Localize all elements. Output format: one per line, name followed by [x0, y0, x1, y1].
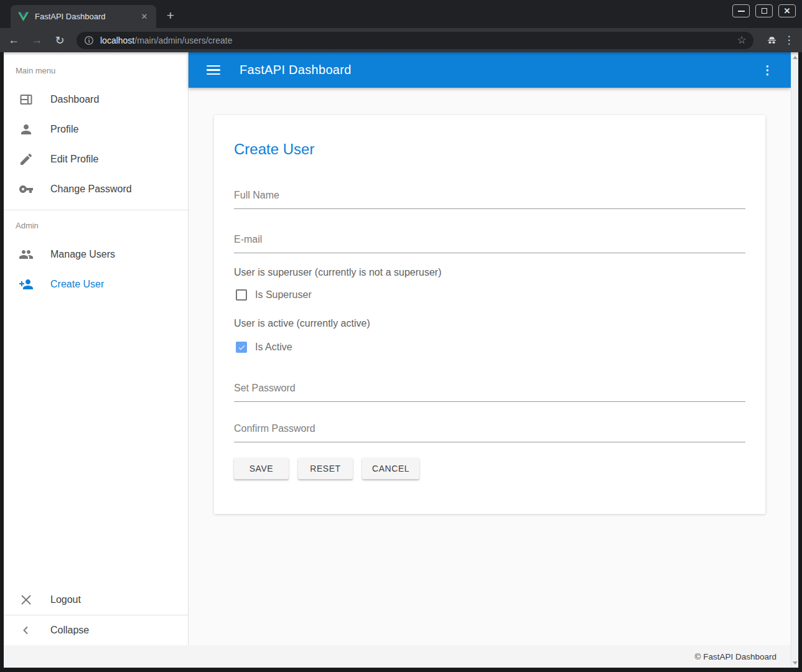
sidebar-item-edit-profile[interactable]: Edit Profile — [4, 144, 188, 174]
page-footer: © FastAPI Dashboard — [4, 645, 791, 668]
browser-window: FastAPI Dashboard ✕ + ✕ ← → ↻ localhost/… — [0, 0, 802, 672]
chevron-left-icon — [19, 623, 34, 638]
content-area: Create User User is superuser (currently… — [189, 88, 791, 645]
sidebar-item-change-password[interactable]: Change Password — [4, 174, 188, 204]
sidebar-item-label: Manage Users — [50, 249, 115, 260]
is-active-checkbox-row[interactable]: Is Active — [234, 342, 745, 353]
hamburger-menu-icon[interactable] — [207, 63, 220, 78]
main-menu-list: Dashboard Profile Edit Profile — [4, 85, 188, 204]
admin-section-label: Admin — [16, 221, 188, 230]
browser-menu-icon[interactable]: ⋮ — [781, 34, 797, 47]
superuser-hint: User is superuser (currently is not a su… — [234, 267, 745, 278]
sidebar: Main menu Dashboard Profile — [4, 52, 189, 645]
sidebar-bottom: Logout Collapse — [4, 585, 188, 645]
checkbox-checked-icon[interactable] — [236, 342, 247, 353]
maximize-button[interactable] — [755, 4, 773, 17]
reload-icon[interactable]: ↻ — [50, 34, 69, 47]
sidebar-item-label: Change Password — [50, 184, 132, 195]
save-button[interactable]: SAVE — [234, 457, 289, 479]
confirm-password-field[interactable] — [234, 421, 745, 442]
sidebar-item-dashboard[interactable]: Dashboard — [4, 85, 188, 114]
sidebar-item-label: Dashboard — [50, 94, 99, 105]
cancel-button[interactable]: CANCEL — [362, 457, 419, 479]
bookmark-star-icon[interactable]: ☆ — [734, 34, 750, 47]
url-path: /main/admin/users/create — [134, 35, 232, 45]
reset-button[interactable]: RESET — [298, 457, 353, 479]
pencil-icon — [19, 152, 34, 167]
sidebar-item-label: Collapse — [50, 625, 89, 636]
sidebar-item-label: Edit Profile — [50, 154, 98, 165]
sidebar-item-label: Create User — [50, 279, 104, 290]
main-menu-section-label: Main menu — [16, 66, 188, 75]
forward-icon[interactable]: → — [27, 34, 46, 47]
tab-strip: FastAPI Dashboard ✕ + ✕ — [0, 0, 802, 28]
url-host: localhost — [100, 35, 134, 45]
sidebar-item-logout[interactable]: Logout — [4, 585, 188, 615]
form-buttons: SAVE RESET CANCEL — [234, 457, 745, 479]
checkbox-unchecked-icon[interactable] — [236, 289, 247, 301]
email-field[interactable] — [234, 231, 745, 253]
scroll-down-icon[interactable] — [791, 659, 799, 666]
toolbar-right: ⋮ — [762, 33, 797, 48]
sidebar-divider — [4, 210, 188, 210]
person-add-icon — [19, 277, 34, 292]
tab-title: FastAPI Dashboard — [35, 12, 139, 21]
main-area: FastAPI Dashboard ⋮ Create User User is … — [189, 52, 791, 645]
site-info-icon[interactable] — [84, 35, 94, 45]
scroll-up-icon[interactable] — [791, 54, 799, 61]
is-active-label: Is Active — [255, 342, 292, 353]
address-bar[interactable]: localhost/main/admin/users/create ☆ — [77, 32, 753, 49]
tab-close-icon[interactable]: ✕ — [139, 11, 150, 22]
window-close-button[interactable]: ✕ — [778, 4, 796, 17]
sidebar-item-profile[interactable]: Profile — [4, 114, 188, 144]
url-text: localhost/main/admin/users/create — [100, 35, 734, 45]
incognito-icon — [762, 33, 781, 48]
active-hint: User is active (currently active) — [234, 318, 745, 329]
page-title: Create User — [234, 141, 745, 157]
group-icon — [19, 247, 34, 262]
minimize-button[interactable] — [732, 4, 750, 17]
close-x-icon — [19, 592, 34, 607]
back-icon[interactable]: ← — [4, 34, 23, 47]
page-scrollbar[interactable] — [791, 52, 798, 668]
is-superuser-checkbox-row[interactable]: Is Superuser — [234, 289, 745, 301]
copyright-text: © FastAPI Dashboard — [694, 652, 776, 661]
set-password-field[interactable] — [234, 380, 745, 402]
new-tab-button[interactable]: + — [162, 7, 179, 25]
page: Main menu Dashboard Profile — [4, 52, 798, 668]
appbar-title: FastAPI Dashboard — [240, 63, 352, 77]
sidebar-item-collapse[interactable]: Collapse — [4, 615, 188, 645]
browser-toolbar: ← → ↻ localhost/main/admin/users/create … — [0, 28, 802, 52]
full-name-field[interactable] — [234, 187, 745, 209]
is-superuser-label: Is Superuser — [255, 289, 312, 301]
app-bar: FastAPI Dashboard ⋮ — [189, 52, 791, 88]
person-icon — [19, 122, 34, 137]
sidebar-item-label: Logout — [50, 594, 81, 605]
create-user-card: Create User User is superuser (currently… — [214, 115, 765, 514]
vue-logo-icon — [18, 11, 29, 22]
browser-tab[interactable]: FastAPI Dashboard ✕ — [11, 5, 156, 28]
admin-menu-list: Manage Users Create User — [4, 240, 188, 299]
sidebar-item-label: Profile — [50, 124, 78, 135]
key-icon — [19, 182, 34, 197]
appbar-menu-icon[interactable]: ⋮ — [762, 63, 773, 77]
dashboard-icon — [19, 92, 34, 107]
sidebar-item-manage-users[interactable]: Manage Users — [4, 240, 188, 269]
window-controls: ✕ — [732, 4, 796, 17]
sidebar-item-create-user[interactable]: Create User — [4, 269, 188, 299]
